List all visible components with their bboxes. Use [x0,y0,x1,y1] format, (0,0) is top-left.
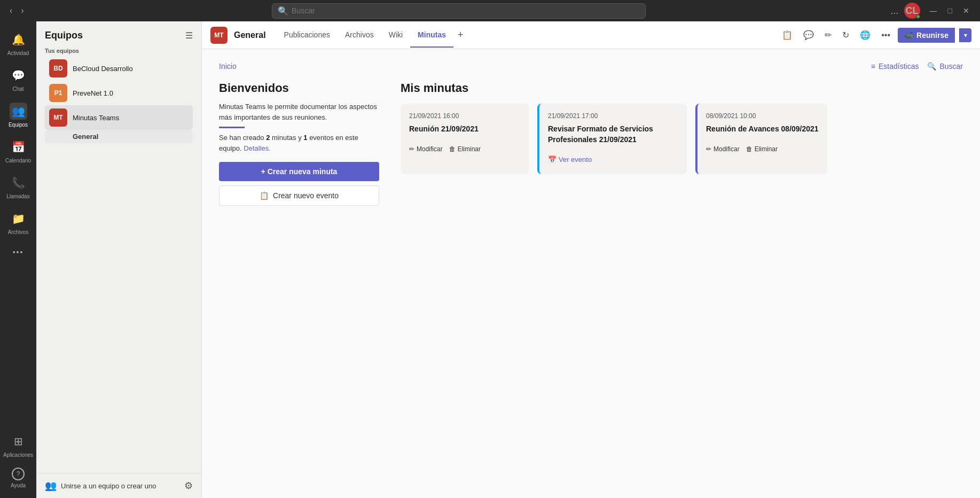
tab-wiki[interactable]: Wiki [381,23,410,48]
buscar-label: Buscar [939,62,963,71]
reunirse-dropdown-button[interactable]: ▾ [959,28,971,42]
team-item-prevenet[interactable]: P1 PreveNet 1.0 ••• [45,81,193,105]
minutas-cards: 21/09/2021 16:00 Reunión 21/09/2021 ✏ Mo… [401,104,963,174]
sidebar-item-label-equipos: Equipos [9,122,28,128]
minuta-name-1: Reunión 21/09/2021 [409,124,520,135]
notepad-icon[interactable]: 📋 [779,27,796,43]
sidebar-item-archivos[interactable]: 📁 Archivos [3,206,33,239]
sidebar-item-equipos[interactable]: 👥 Equipos [3,98,33,132]
create-evento-button[interactable]: 📋 Crear nuevo evento [219,185,379,206]
welcome-stats: Se han creado 2 minutas y 1 eventos en e… [219,133,379,153]
sidebar-item-llamadas[interactable]: 📞 Llamadas [3,170,33,204]
minuta-card-1: 21/09/2021 16:00 Reunión 21/09/2021 ✏ Mo… [401,104,529,174]
sidebar-item-label-llamadas: Llamadas [6,193,29,199]
sidebar-item-ayuda[interactable]: ? Ayuda [3,463,33,493]
sidebar-item-label-ayuda: Ayuda [11,483,26,488]
search-bar[interactable]: 🔍 [272,3,646,19]
more-channel-icon[interactable]: ••• [878,27,893,43]
team-item-becloud[interactable]: BD BeCloud Desarrollo ••• [45,56,193,81]
mis-minutas-title: Mis minutas [401,81,963,95]
buscar-icon: 🔍 [927,62,936,71]
search-input[interactable] [292,6,640,15]
minuta-name-3: Reunión de Avances 08/09/2021 [706,124,819,135]
avatar[interactable]: CL [904,3,920,19]
main-content: MT General Publicaciones Archivos Wiki M… [202,21,980,498]
team-avatar-becloud: BD [49,59,67,77]
eliminar-label-3: Eliminar [755,145,778,153]
team-item-minutas[interactable]: MT Minutas Teams ••• [45,105,193,130]
more-nav-icon: ••• [11,246,26,259]
team-name-prevenet: PreveNet 1.0 [73,89,175,97]
more-options-icon[interactable]: ... [891,5,899,17]
modificar-label-3: Modificar [714,145,740,153]
maximize-button[interactable]: □ [944,4,957,17]
team-name-becloud: BeCloud Desarrollo [73,65,175,73]
channel-header: MT General Publicaciones Archivos Wiki M… [202,21,980,49]
channel-header-right: 📋 💬 ✏ ↻ 🌐 ••• 📹 Reunirse ▾ [779,27,971,43]
channel-avatar: MT [210,27,228,44]
tab-add-button[interactable]: + [453,22,468,48]
bell-icon: 🔔 [10,31,27,48]
chat-bubble-icon[interactable]: 💬 [800,27,817,43]
calls-icon: 📞 [10,174,27,191]
breadcrumb[interactable]: Inicio [219,62,963,71]
window-controls: — □ ✕ [926,4,974,17]
help-icon: ? [12,468,25,480]
teams-bottom: 👥 Unirse a un equipo o crear uno ⚙ [36,473,201,498]
filter-icon[interactable]: ☰ [185,30,193,41]
buscar-link[interactable]: 🔍 Buscar [927,62,963,71]
mis-minutas-section: Mis minutas 21/09/2021 16:00 Reunión 21/… [401,81,963,174]
detalles-link[interactable]: Detalles. [244,144,271,152]
eliminar-button-3[interactable]: 🗑 Eliminar [746,143,778,155]
sidebar-item-actividad[interactable]: 🔔 Actividad [3,27,33,60]
welcome-title: Bienvenidos [219,81,379,95]
tab-minutas[interactable]: Minutas [410,23,453,48]
settings-icon[interactable]: ⚙ [184,480,193,492]
edit-icon-1: ✏ [409,145,414,153]
create-minuta-button[interactable]: + Crear nueva minuta [219,162,379,181]
apps-icon: ⊞ [12,433,25,450]
status-dot [916,14,920,19]
ver-evento-button-2[interactable]: 📅 Ver evento [548,153,592,166]
tab-publicaciones[interactable]: Publicaciones [277,23,338,48]
evento-icon: 📋 [260,191,269,200]
eliminar-button-1[interactable]: 🗑 Eliminar [449,143,481,155]
teams-panel: Equipos ☰ Tus equipos BD BeCloud Desarro… [36,21,202,498]
teams-section-label: Tus equipos [45,48,193,54]
channel-item-general[interactable]: General [45,130,193,143]
sidebar-item-more[interactable]: ••• [3,242,33,263]
sidebar-item-chat[interactable]: 💬 Chat [3,63,33,96]
content-area: Inicio ≡ Estadísticas 🔍 Buscar Bienvenid… [202,49,980,498]
edit-icon[interactable]: ✏ [821,27,835,43]
stats-bold2: 1 [303,134,307,142]
teams-icon: 👥 [10,103,27,120]
minuta-date-2: 21/09/2021 17:00 [548,112,678,120]
calendar-icon: 📅 [10,138,27,155]
tab-archivos[interactable]: Archivos [338,23,381,48]
minuta-actions-2: 📅 Ver evento [548,153,678,166]
sidebar-item-label-chat: Chat [12,86,23,92]
refresh-icon[interactable]: ↻ [839,27,852,43]
sidebar-item-calendario[interactable]: 📅 Calendario [3,134,33,168]
welcome-divider [219,127,245,128]
close-button[interactable]: ✕ [959,4,974,17]
minuta-date-3: 08/09/2021 10:00 [706,112,819,120]
sidebar-item-label-aplicaciones: Aplicaciones [3,452,33,458]
titlebar-right: ... CL — □ ✕ [891,3,974,19]
estadisticas-link[interactable]: ≡ Estadísticas [871,62,919,71]
calendar-icon-2: 📅 [548,155,556,164]
nav-back-button[interactable]: ‹ [6,4,15,18]
video-icon: 📹 [904,31,913,40]
nav-forward-button[interactable]: › [18,4,27,18]
modificar-button-1[interactable]: ✏ Modificar [409,143,443,155]
minimize-button[interactable]: — [926,4,942,17]
reunirse-button[interactable]: 📹 Reunirse [898,28,955,43]
join-team-label: Unirse a un equipo o crear uno [61,482,156,490]
sidebar-item-aplicaciones[interactable]: ⊞ Aplicaciones [3,429,33,462]
globe-icon[interactable]: 🌐 [857,27,874,43]
reunirse-label: Reunirse [916,31,948,40]
eliminar-label-1: Eliminar [458,145,481,153]
modificar-button-3[interactable]: ✏ Modificar [706,143,740,155]
join-team-button[interactable]: 👥 Unirse a un equipo o crear uno [45,480,156,492]
nav-bottom: ⊞ Aplicaciones ? Ayuda [3,427,33,494]
